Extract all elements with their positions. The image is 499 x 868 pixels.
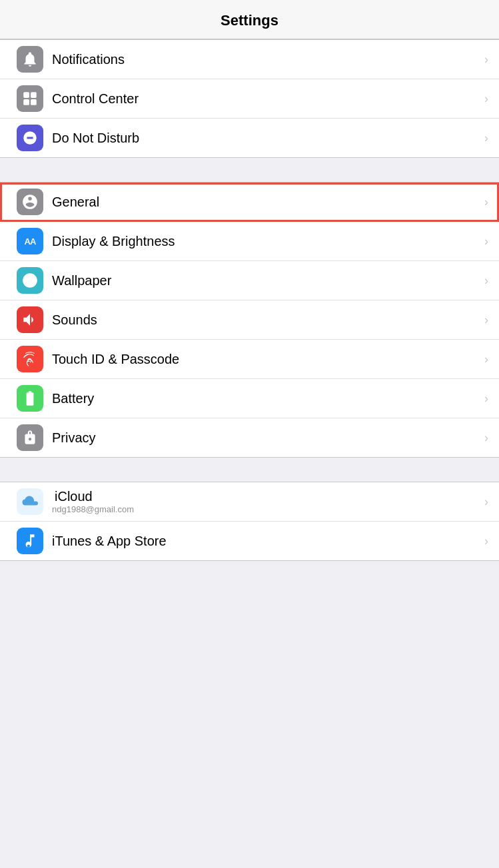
battery-icon-container [11,379,49,418]
touch-id-icon-container [11,340,49,378]
control-center-icon [21,90,39,107]
notifications-label: Notifications [49,52,479,67]
itunes-icon [21,532,39,550]
svg-rect-1 [31,92,37,98]
wallpaper-chevron: › [484,274,488,288]
icloud-icon [17,488,43,515]
display-brightness-label: Display & Brightness [49,234,479,249]
svg-rect-2 [23,99,29,105]
general-icon-box [17,189,43,215]
sounds-icon [21,311,39,328]
sidebar-item-privacy[interactable]: Privacy › [0,418,499,457]
do-not-disturb-label: Do Not Disturb [49,131,479,146]
sounds-label: Sounds [49,312,479,328]
sidebar-item-touch-id[interactable]: Touch ID & Passcode › [0,340,499,379]
settings-group-1: Notifications › Control Center › [0,39,499,158]
icloud-icon-box [17,488,43,515]
settings-group-2: General › AA Display & Brightness › [0,182,499,458]
touch-id-chevron: › [484,352,488,366]
privacy-icon-container [11,418,49,457]
display-icon-box: AA [17,228,43,254]
control-center-icon-container [11,79,49,118]
notifications-icon-box [17,46,43,73]
privacy-icon-box [17,424,43,451]
sidebar-item-general[interactable]: General › [0,183,499,222]
settings-list-2: General › AA Display & Brightness › [0,182,499,458]
touch-id-icon-box [17,346,43,372]
notifications-icon [21,51,39,68]
sidebar-item-notifications[interactable]: Notifications › [0,40,499,79]
notifications-chevron: › [484,53,488,67]
settings-group-3: iCloud ndg1988@gmail.com › iTunes & App … [0,482,499,561]
display-icon-container: AA [11,222,49,260]
icloud-sublabel: ndg1988@gmail.com [52,504,479,514]
control-center-label: Control Center [49,91,479,107]
itunes-icon-box [17,528,43,554]
wallpaper-icon-container [11,261,49,300]
wallpaper-icon [21,272,39,289]
control-center-chevron: › [484,92,488,106]
sidebar-item-wallpaper[interactable]: Wallpaper › [0,261,499,300]
sidebar-item-sounds[interactable]: Sounds › [0,300,499,340]
privacy-label: Privacy [49,430,479,446]
wallpaper-icon-box [17,267,43,294]
group-divider-2 [0,458,499,482]
do-not-disturb-icon [21,129,39,147]
sounds-chevron: › [484,313,488,327]
sidebar-item-itunes[interactable]: iTunes & App Store › [0,522,499,560]
sidebar-item-display-brightness[interactable]: AA Display & Brightness › [0,222,499,261]
do-not-disturb-chevron: › [484,131,488,145]
touch-id-icon [21,350,39,368]
page-title: Settings [0,12,499,29]
notifications-icon-container [11,40,49,79]
settings-list-3: iCloud ndg1988@gmail.com › iTunes & App … [0,482,499,561]
general-chevron: › [484,195,488,209]
sidebar-item-do-not-disturb[interactable]: Do Not Disturb › [0,119,499,157]
battery-icon [21,390,39,407]
itunes-label: iTunes & App Store [49,534,479,549]
icloud-chevron: › [484,495,488,509]
battery-chevron: › [484,392,488,406]
group-divider-1 [0,158,499,182]
page-header: Settings [0,0,499,39]
sidebar-item-icloud[interactable]: iCloud ndg1988@gmail.com › [0,482,499,522]
icloud-icon-container [11,482,49,521]
privacy-chevron: › [484,431,488,445]
settings-list-1: Notifications › Control Center › [0,39,499,158]
svg-rect-3 [31,99,37,105]
touch-id-label: Touch ID & Passcode [49,352,479,367]
wallpaper-label: Wallpaper [49,273,479,288]
general-icon [21,193,39,211]
general-icon-container [11,183,49,221]
sidebar-item-control-center[interactable]: Control Center › [0,79,499,119]
display-brightness-chevron: › [484,234,488,248]
sounds-icon-box [17,306,43,333]
icloud-text-container: iCloud ndg1988@gmail.com [49,489,479,514]
control-center-icon-box [17,85,43,112]
battery-label: Battery [49,391,479,406]
sounds-icon-container [11,300,49,339]
sidebar-item-battery[interactable]: Battery › [0,379,499,418]
general-label: General [49,195,479,210]
privacy-icon [21,429,39,446]
do-not-disturb-icon-box [17,125,43,151]
battery-icon-box [17,385,43,412]
icloud-label: iCloud [52,489,479,504]
do-not-disturb-icon-container [11,119,49,157]
itunes-icon-container [11,522,49,560]
svg-rect-0 [23,92,29,98]
itunes-chevron: › [484,534,488,548]
